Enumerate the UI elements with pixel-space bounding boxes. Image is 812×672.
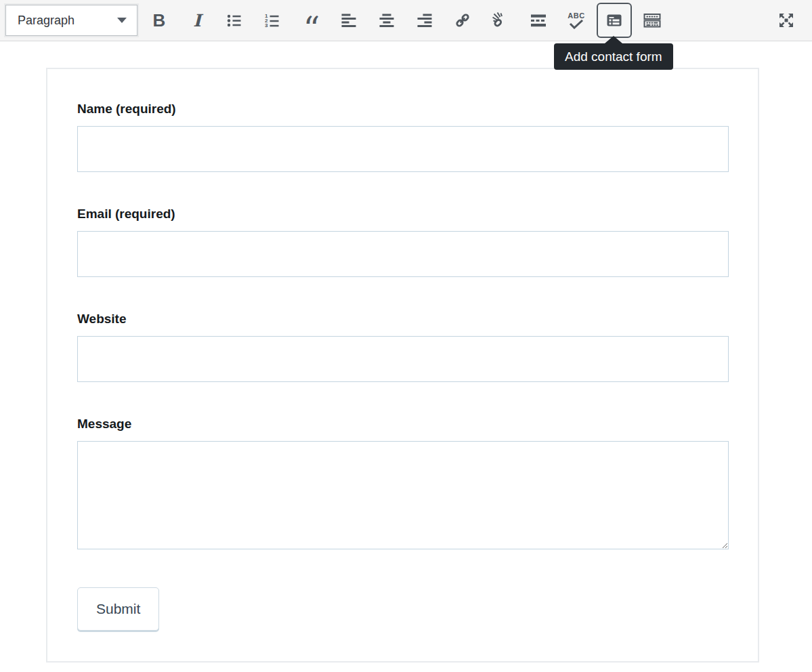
email-input[interactable] (77, 231, 729, 277)
align-left-icon (341, 12, 357, 28)
italic-button[interactable]: I (178, 3, 216, 38)
read-more-tag-icon (530, 12, 547, 28)
spellcheck-icon: ABC (568, 12, 584, 29)
align-right-button[interactable] (406, 3, 444, 38)
name-input[interactable] (77, 126, 729, 172)
fullscreen-button[interactable] (767, 3, 805, 38)
name-field-label: Name (required) (77, 101, 729, 117)
contact-form-preview: Name (required) Email (required) Website… (46, 68, 759, 663)
svg-text:3: 3 (265, 22, 268, 28)
editor-toolbar: Paragraph B I 1 2 3 “ (0, 0, 812, 41)
insert-link-button[interactable] (444, 3, 482, 38)
website-field-label: Website (77, 311, 729, 327)
active-button-frame (597, 3, 632, 38)
blockquote-icon: “ (303, 9, 319, 32)
keyboard-icon (643, 12, 662, 29)
paragraph-style-dropdown[interactable]: Paragraph (5, 5, 137, 36)
editor-content: Name (required) Email (required) Website… (0, 68, 812, 663)
toolbar-toggle-button[interactable] (633, 3, 671, 38)
message-field-label: Message (77, 416, 729, 432)
align-right-icon (416, 12, 433, 28)
tooltip-text: Add contact form (565, 49, 662, 64)
bold-icon: B (153, 12, 166, 29)
bulleted-list-button[interactable] (216, 3, 254, 38)
remove-link-button[interactable] (482, 3, 519, 38)
website-input[interactable] (77, 336, 729, 382)
align-center-button[interactable] (368, 3, 406, 38)
spellcheck-button[interactable]: ABC (557, 3, 595, 38)
paragraph-style-value: Paragraph (18, 14, 74, 28)
numbered-list-icon: 1 2 3 (265, 12, 281, 28)
contact-form-icon (605, 12, 623, 29)
italic-icon: I (193, 12, 201, 29)
bulleted-list-icon (227, 12, 243, 28)
add-contact-form-button[interactable] (595, 3, 633, 38)
email-field-label: Email (required) (77, 206, 729, 222)
insert-read-more-button[interactable] (519, 3, 557, 38)
bold-button[interactable]: B (140, 3, 178, 38)
chevron-down-icon (117, 18, 127, 23)
submit-button[interactable]: Submit (77, 587, 159, 631)
align-center-icon (379, 12, 395, 28)
fullscreen-icon (777, 11, 796, 30)
link-icon (454, 12, 471, 29)
unlink-icon (492, 12, 509, 29)
numbered-list-button[interactable]: 1 2 3 (254, 3, 292, 38)
message-textarea[interactable] (77, 441, 729, 549)
blockquote-button[interactable]: “ (292, 3, 330, 38)
align-left-button[interactable] (330, 3, 368, 38)
add-contact-form-tooltip: Add contact form (554, 43, 673, 70)
